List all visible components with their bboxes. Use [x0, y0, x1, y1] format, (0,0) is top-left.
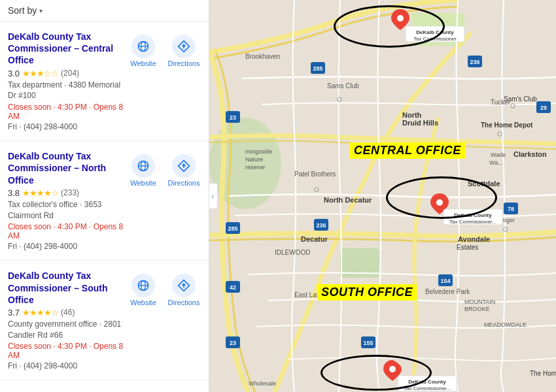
website-icon-1 [131, 35, 155, 58]
svg-text:Tax Commissioner...: Tax Commissioner... [404, 385, 451, 391]
result-2-website-btn[interactable]: Website [126, 154, 160, 187]
result-3-directions-label: Directions [168, 299, 200, 306]
result-1-info: Tax department · 4380 Memorial Dr #100 [8, 80, 126, 102]
collapse-panel-btn[interactable]: ‹ [209, 183, 218, 209]
result-1-name[interactable]: DeKalb County Tax Commissioner – Central… [8, 31, 126, 67]
svg-text:Wa...: Wa... [489, 159, 503, 166]
svg-text:Wade: Wade [491, 152, 506, 158]
svg-text:DeKalb County: DeKalb County [454, 212, 492, 218]
result-2-rating: 3.8 [8, 188, 20, 198]
svg-text:⬡: ⬡ [510, 103, 515, 109]
sort-chevron: ▾ [39, 7, 43, 14]
result-2-actions: Website Directions [126, 154, 201, 187]
svg-text:Tax Commissioner...: Tax Commissioner... [449, 219, 496, 225]
result-2-website-label: Website [130, 179, 156, 187]
svg-text:Sam's Club: Sam's Club [504, 95, 537, 103]
result-2-reviews: (233) [61, 188, 79, 197]
svg-point-78 [436, 199, 443, 206]
svg-text:⬡: ⬡ [497, 131, 502, 137]
result-1-hours: Closes soon · 4:30 PM · Opens 8 AM [8, 103, 126, 121]
svg-text:285: 285 [228, 225, 237, 232]
results-panel: Sort by ▾ DeKalb County Tax Commissioner… [0, 0, 209, 392]
svg-text:BROOKE: BROOKE [464, 306, 490, 312]
svg-text:78: 78 [508, 206, 514, 212]
svg-text:⬡: ⬡ [503, 226, 508, 233]
svg-text:155: 155 [363, 340, 373, 346]
svg-text:42: 42 [230, 284, 236, 291]
svg-text:⬡: ⬡ [337, 96, 342, 103]
svg-point-82 [389, 366, 396, 372]
result-1-website-btn[interactable]: Website [126, 35, 160, 67]
result-3-rating: 3.7 [8, 308, 20, 318]
svg-text:Belvedere Park: Belvedere Park [425, 288, 470, 295]
svg-text:IDLEWOOD: IDLEWOOD [275, 249, 310, 256]
result-2-directions-btn[interactable]: Directions [167, 154, 201, 187]
svg-text:Druid Hills: Druid Hills [402, 119, 438, 127]
map-panel[interactable]: 285 285 23 236 236 42 23 155 154 78 29 B… [209, 0, 556, 392]
result-2-name[interactable]: DeKalb County Tax Commissioner – North O… [8, 150, 126, 186]
result-1-phone: Fri · (404) 298-4000 [8, 122, 126, 131]
result-3-reviews: (46) [61, 308, 75, 317]
svg-text:North Decatur: North Decatur [324, 196, 372, 204]
svg-text:Estates: Estates [457, 244, 478, 251]
sort-label: Sort by [8, 5, 37, 16]
svg-text:Tax Commissioner: Tax Commissioner [413, 36, 457, 42]
result-1-reviews: (204) [61, 69, 79, 78]
map-background: 285 285 23 236 236 42 23 155 154 78 29 B… [209, 0, 556, 392]
svg-text:23: 23 [230, 340, 236, 346]
result-2-stars: ★★★★☆ [22, 188, 58, 198]
result-item-2: DeKalb County Tax Commissioner – North O… [0, 141, 209, 261]
svg-text:The Home De...: The Home De... [530, 370, 556, 377]
result-3-name[interactable]: DeKalb County Tax Commissioner – South O… [8, 270, 126, 306]
result-1-meta: 3.0 ★★★☆☆ (204) [8, 69, 126, 78]
website-icon-3 [131, 274, 155, 297]
svg-text:⬡: ⬡ [314, 186, 319, 193]
svg-text:reserve: reserve [245, 164, 265, 171]
svg-text:DeKalb County: DeKalb County [408, 379, 446, 385]
result-1-directions-label: Directions [168, 59, 200, 67]
result-3-meta: 3.7 ★★★★☆ (46) [8, 308, 126, 318]
result-3-actions: Website Directions [126, 274, 201, 306]
svg-text:MOUNTAIN: MOUNTAIN [464, 299, 495, 305]
svg-text:rningsside: rningsside [245, 148, 272, 155]
result-3-stars: ★★★★☆ [22, 308, 58, 318]
svg-text:Clarkston: Clarkston [513, 150, 547, 158]
central-office-label: CENTRAL OFFICE [350, 142, 465, 159]
result-3-info: County government office · 2801 Candler … [8, 319, 126, 341]
directions-icon-3 [172, 274, 196, 297]
svg-text:285: 285 [313, 65, 322, 72]
svg-text:Sams Club: Sams Club [327, 82, 359, 90]
result-3-website-btn[interactable]: Website [126, 274, 160, 306]
svg-text:Brookhaven: Brookhaven [245, 53, 280, 60]
svg-text:Patel Brothers: Patel Brothers [294, 171, 336, 178]
svg-text:The Home Depot: The Home Depot [481, 122, 533, 129]
result-1-stars: ★★★☆☆ [22, 69, 58, 78]
svg-text:23: 23 [230, 114, 236, 121]
result-1-actions: Website Directions [126, 35, 201, 67]
svg-text:154: 154 [440, 278, 450, 284]
svg-point-74 [397, 15, 404, 22]
result-1-rating: 3.0 [8, 69, 20, 78]
result-3-phone: Fri · (404) 298-4000 [8, 361, 126, 370]
sort-bar[interactable]: Sort by ▾ [0, 0, 209, 22]
south-office-label: SOUTH OFFICE [317, 284, 417, 301]
svg-text:Avondale: Avondale [458, 235, 490, 243]
result-1-directions-btn[interactable]: Directions [167, 35, 201, 67]
result-2-phone: Fri · (404) 298-4000 [8, 242, 126, 251]
website-icon-2 [131, 154, 155, 178]
svg-text:Scottdale: Scottdale [468, 180, 500, 188]
result-1-website-label: Website [130, 59, 156, 67]
result-item-1: DeKalb County Tax Commissioner – Central… [0, 22, 209, 141]
result-3-hours: Closes soon · 4:30 PM · Opens 8 AM [8, 342, 126, 360]
svg-text:DeKalb County: DeKalb County [416, 29, 454, 35]
result-3-directions-btn[interactable]: Directions [167, 274, 201, 306]
svg-text:Nature: Nature [245, 156, 263, 163]
result-2-info: Tax collector's office · 3653 Clairmont … [8, 199, 126, 221]
directions-icon-1 [172, 35, 196, 58]
directions-icon-2 [172, 154, 196, 178]
svg-text:29: 29 [540, 105, 547, 111]
svg-text:Wholesale: Wholesale [249, 380, 276, 387]
result-item-3: DeKalb County Tax Commissioner – South O… [0, 261, 209, 380]
svg-text:236: 236 [316, 222, 326, 229]
result-2-directions-label: Directions [168, 179, 200, 187]
